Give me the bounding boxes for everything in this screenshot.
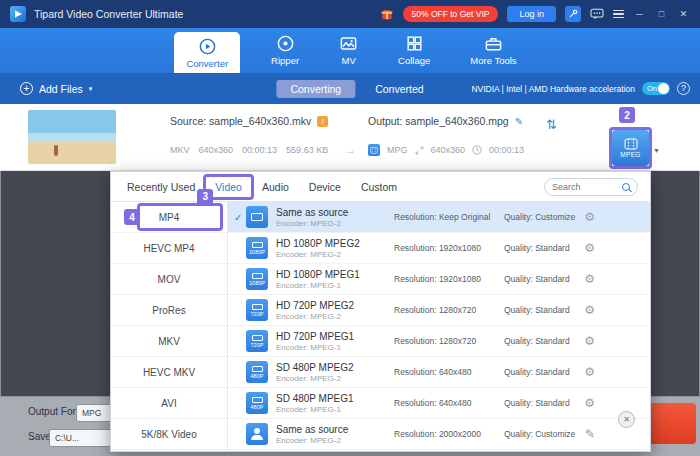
promo-badge[interactable]: 50% OFF to Get VIP <box>403 6 499 22</box>
format-row[interactable]: 1080P HD 1080P MPEG2 Encoder: MPEG-2 Res… <box>228 233 650 264</box>
nav-tab-label: Ripper <box>271 55 299 66</box>
login-button[interactable]: Log in <box>507 6 556 22</box>
format-title: SD 480P MPEG1 <box>276 393 394 404</box>
help-icon[interactable]: ? <box>677 82 690 95</box>
video-thumbnail[interactable] <box>28 110 116 164</box>
maximize-button[interactable]: □ <box>655 0 668 28</box>
step-2-badge: 2 <box>619 107 635 123</box>
nav-tab-collage[interactable]: Collage <box>389 30 439 70</box>
format-row[interactable]: ✓ Same as source Encoder: MPEG-2 Resolut… <box>228 202 650 233</box>
format-row[interactable]: 1080P HD 1080P MPEG1 Encoder: MPEG-1 Res… <box>228 264 650 295</box>
output-duration: 00:00:13 <box>489 145 524 155</box>
sidebar-item-prores[interactable]: ProRes <box>111 295 227 326</box>
close-window-button[interactable]: ✕ <box>677 0 690 28</box>
settings-gear-icon[interactable]: ⚙ <box>584 365 595 379</box>
settings-gear-icon[interactable]: ⚙ <box>584 272 595 286</box>
format-quality: Quality: Standard <box>504 367 570 377</box>
add-files-label: Add Files <box>39 83 83 95</box>
format-dropdown-caret[interactable]: ▼ <box>653 147 660 154</box>
sidebar-item-hevc-mkv[interactable]: HEVC MKV <box>111 357 227 388</box>
sidebar-item-hevc-mp4[interactable]: HEVC MP4 <box>111 233 227 264</box>
info-icon[interactable]: i <box>317 116 328 127</box>
sidebar-item-5k8k[interactable]: 5K/8K Video <box>111 419 227 450</box>
rename-pencil-icon[interactable]: ✎ <box>515 116 523 127</box>
format-resolution: Resolution: 640x480 <box>394 398 504 408</box>
reorder-icon[interactable]: ⇅ <box>546 117 557 132</box>
format-title: SD 480P MPEG2 <box>276 362 394 373</box>
plus-icon: + <box>20 82 33 95</box>
feedback-icon[interactable] <box>590 8 604 20</box>
format-quality: Quality: Standard <box>504 305 570 315</box>
format-row[interactable]: 480P SD 480P MPEG1 Encoder: MPEG-1 Resol… <box>228 388 650 419</box>
tab-custom[interactable]: Custom <box>361 181 397 193</box>
format-quality: Quality: Standard <box>504 243 570 253</box>
file-item-row: Source: sample_640x360.mkv i MKV 640x360… <box>0 104 700 171</box>
collage-grid-icon <box>405 34 424 53</box>
tab-device[interactable]: Device <box>309 181 341 193</box>
search-input[interactable] <box>552 182 618 192</box>
tab-converting[interactable]: Converting <box>276 80 355 98</box>
format-quality: Quality: Standard <box>504 398 570 408</box>
menu-icon[interactable] <box>613 8 624 21</box>
nav-tab-more-tools[interactable]: More Tools <box>461 30 525 70</box>
edit-icon[interactable]: ✎ <box>585 427 595 441</box>
source-resolution: 640x360 <box>199 145 234 155</box>
add-files-button[interactable]: + Add Files ▾ <box>20 82 92 95</box>
tab-video[interactable]: Video 3 <box>215 181 242 193</box>
format-quality: Quality: Customize <box>504 212 575 222</box>
tab-recently-used[interactable]: Recently Used <box>127 181 195 193</box>
format-row[interactable]: 720P HD 720P MPEG2 Encoder: MPEG-2 Resol… <box>228 295 650 326</box>
sidebar-item-mp4[interactable]: MP4 4 <box>111 202 227 233</box>
settings-gear-icon[interactable]: ⚙ <box>584 303 595 317</box>
format-category-list: MP4 4 HEVC MP4 MOV ProRes MKV HEVC MKV A… <box>111 202 228 452</box>
resolution-icon: 720P <box>246 299 268 321</box>
tab-converted[interactable]: Converted <box>375 83 423 95</box>
toolkit-icon[interactable] <box>565 6 581 22</box>
popup-tabs: Recently Used Video 3 Audio Device Custo… <box>111 172 650 202</box>
sidebar-item-mkv[interactable]: MKV <box>111 326 227 357</box>
sidebar-item-avi[interactable]: AVI <box>111 388 227 419</box>
source-info: Source: sample_640x360.mkv i <box>170 115 328 127</box>
nav-tab-converter[interactable]: Converter <box>174 32 240 73</box>
arrow-right-icon: → <box>344 143 356 157</box>
format-encoder: Encoder: MPEG-2 <box>276 374 394 383</box>
hw-accel-toggle[interactable]: On <box>642 82 670 95</box>
mpeg-format-button[interactable]: MPEG <box>612 130 649 166</box>
annotation-box-step4 <box>137 203 223 231</box>
nav-tab-ripper[interactable]: Ripper <box>262 30 308 70</box>
search-icon[interactable] <box>622 182 632 193</box>
person-icon <box>246 423 268 445</box>
output-info: Output: sample_640x360.mpg ✎ <box>368 115 523 127</box>
format-title: HD 720P MPEG2 <box>276 300 394 311</box>
format-button-label: MPEG <box>620 151 640 158</box>
settings-gear-icon[interactable]: ⚙ <box>584 396 595 410</box>
format-title: HD 720P MPEG1 <box>276 331 394 342</box>
expand-icon[interactable] <box>415 146 424 155</box>
format-resolution: Resolution: 2000x2000 <box>394 429 504 439</box>
sidebar-item-mov[interactable]: MOV <box>111 264 227 295</box>
format-resolution: Resolution: 1280x720 <box>394 305 504 315</box>
format-encoder: Encoder: MPEG-2 <box>276 250 394 259</box>
format-resolution: Resolution: 640x480 <box>394 367 504 377</box>
check-icon: ✓ <box>234 212 246 223</box>
nav-tab-label: More Tools <box>470 55 516 66</box>
titlebar-actions: 50% OFF to Get VIP Log in ─ □ ✕ <box>380 0 690 28</box>
format-row[interactable]: 480P SD 480P MPEG2 Encoder: MPEG-2 Resol… <box>228 357 650 388</box>
nav-tab-mv[interactable]: MV <box>330 30 367 70</box>
nav-tab-label: Collage <box>398 55 430 66</box>
format-encoder: Encoder: MPEG-2 <box>276 219 394 228</box>
chevron-down-icon: ▾ <box>89 85 93 93</box>
settings-gear-icon[interactable]: ⚙ <box>584 210 595 224</box>
resolution-icon: 720P <box>246 330 268 352</box>
app-title: Tipard Video Converter Ultimate <box>34 8 183 20</box>
settings-gear-icon[interactable]: ⚙ <box>584 241 595 255</box>
format-row[interactable]: Same as source Encoder: MPEG-2 Resolutio… <box>228 419 650 450</box>
settings-gear-icon[interactable]: ⚙ <box>584 334 595 348</box>
format-row[interactable]: 720P HD 720P MPEG1 Encoder: MPEG-1 Resol… <box>228 326 650 357</box>
format-title: Same as source <box>276 207 394 218</box>
step-4-badge: 4 <box>124 209 140 225</box>
close-icon[interactable]: ✕ <box>618 411 635 428</box>
minimize-button[interactable]: ─ <box>633 0 646 28</box>
gift-icon[interactable] <box>380 7 394 21</box>
tab-audio[interactable]: Audio <box>262 181 289 193</box>
